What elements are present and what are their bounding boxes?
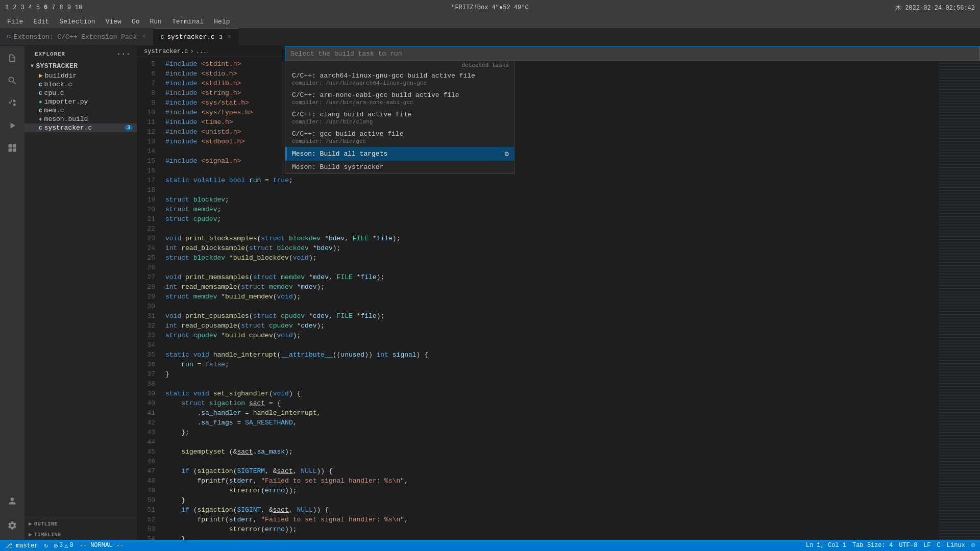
tab-num-1[interactable]: 1 [5,4,9,11]
timeline-arrow: ▶ [29,531,32,538]
menu-help[interactable]: Help [210,17,234,27]
dropdown-item-subtitle-gcc: compiler: /usr/bin/gcc [292,138,509,144]
statusbar-right: Ln 1, Col 1 Tab Size: 4 UTF-8 LF C Linux… [806,542,975,549]
file-label-meson-build: meson.build [44,115,88,123]
dropdown-item-aarch64-gcc[interactable]: C/C++: aarch64-linux-gnu-gcc build activ… [285,69,514,89]
tab-num-8[interactable]: 8 [59,4,63,11]
file-item-mem-c[interactable]: C mem.c [24,106,137,115]
branch-name: master [16,542,38,549]
tab-num-6[interactable]: 6 [44,4,47,11]
status-ln-col[interactable]: Ln 1, Col 1 [806,542,846,549]
status-line-ending[interactable]: LF [923,542,930,549]
c-file-icon-2: C [39,90,42,96]
dropdown-item-subtitle-clang: compiler: /usr/bin/clang [292,119,509,125]
activity-extensions[interactable] [3,139,21,157]
file-item-block-c[interactable]: C block.c [24,80,137,89]
c-file-icon: C [39,82,42,88]
activity-files[interactable] [3,49,21,67]
file-item-importer-py[interactable]: ● importer.py [24,97,137,106]
explorer-section: ▼ SYSTRACKER ▶ builddir C block.c C cpu.… [24,61,137,132]
tab-num-9[interactable]: 9 [67,4,71,11]
outline-arrow: ▶ [29,520,32,527]
svg-rect-3 [13,148,16,152]
file-label-block-c: block.c [44,81,72,88]
status-encoding[interactable]: UTF-8 [899,542,917,549]
dropdown-list: detected tasks C/C++: aarch64-linux-gnu-… [285,61,514,174]
folder-icon: ▶ [39,71,43,80]
activity-settings[interactable] [3,516,21,535]
file-item-systracker-c[interactable]: C systracker.c 3 [24,123,137,132]
titlebar-left: 1 2 3 4 5 6 7 8 9 10 [5,4,82,11]
sidebar-title: EXPLORER [35,51,65,57]
status-language[interactable]: C [937,542,941,549]
tab-num-5[interactable]: 5 [36,4,40,11]
sidebar-outline[interactable]: ▶ OUTLINE [24,518,137,529]
dropdown-item-gcc[interactable]: C/C++: gcc build active file compiler: /… [285,128,514,147]
branch-icon: ⎇ [5,542,12,549]
tab-close-systracker-c[interactable]: × [228,34,231,41]
tab-icon-systracker-c: C [161,34,164,40]
menu-go[interactable]: Go [128,17,144,27]
status-branch[interactable]: ⎇ master [5,542,38,549]
dropdown-item-subtitle-arm-none: compiler: /usr/bin/arm-none-eabi-gcc [292,99,509,106]
file-item-builddir[interactable]: ▶ builddir [24,71,137,80]
gear-icon[interactable]: ⚙ [505,149,509,158]
dropdown-item-clang[interactable]: C/C++: clang build active file compiler:… [285,108,514,128]
status-sync[interactable]: ↻ [44,542,47,549]
file-label-builddir: builddir [45,72,77,80]
status-os[interactable]: Linux [947,542,965,549]
dropdown-item-title-meson-systracker: Meson: Build systracker [292,163,383,171]
status-feedback[interactable]: ☺ [971,542,975,549]
menu-selection[interactable]: Selection [55,17,99,27]
warning-icon: △ [64,542,68,549]
search-bar[interactable]: Select the build task to run [285,46,980,61]
breadcrumb-file: systracker.c [144,48,188,55]
tab-icon-extension: C [7,34,11,40]
menu-terminal[interactable]: Terminal [168,17,208,27]
editor-area: Select the build task to run detected ta… [137,46,980,540]
breadcrumb-sep: › [190,48,193,55]
tab-systracker-c[interactable]: C systracker.c 3 × [154,28,239,45]
status-errors[interactable]: ◎ 3 △ 0 [54,542,74,549]
error-count: 3 [59,542,63,549]
dropdown-item-title-meson-all: Meson: Build all targets [292,150,387,158]
menu-view[interactable]: View [102,17,126,27]
menu-run[interactable]: Run [145,17,165,27]
outline-label: OUTLINE [34,521,58,527]
menu-edit[interactable]: Edit [29,17,53,27]
activity-source-control[interactable] [3,94,21,112]
tab-label-extension: Extension: C/C++ Extension Pack [14,33,137,41]
dropdown-item-arm-none[interactable]: C/C++: arm-none-eabi-gcc build active fi… [285,89,514,108]
warning-count: 0 [69,542,73,549]
dropdown-item-title-arm-none: C/C++: arm-none-eabi-gcc build active fi… [292,91,459,99]
activity-run-debug[interactable] [3,116,21,135]
dropdown-item-meson-all[interactable]: Meson: Build all targets ⚙ [285,147,514,161]
activity-account[interactable] [3,492,21,510]
activity-search[interactable] [3,71,21,90]
svg-rect-0 [9,144,12,148]
tab-extension[interactable]: C Extension: C/C++ Extension Pack × [0,28,154,45]
dropdown-section-header: detected tasks [285,61,514,69]
sidebar-more-icon[interactable]: ··· [116,50,131,58]
tab-num-7[interactable]: 7 [52,4,55,11]
file-label-systracker-c: systracker.c [44,124,92,132]
status-mode: -- NORMAL -- [80,542,124,549]
tab-num-4[interactable]: 4 [29,4,32,11]
build-task-dropdown: Select the build task to run detected ta… [285,46,980,174]
file-badge-systracker-c: 3 [125,125,133,131]
svg-rect-2 [9,148,12,152]
tab-num-10[interactable]: 10 [75,4,82,11]
tab-num-3[interactable]: 3 [20,4,24,11]
file-item-cpu-c[interactable]: C cpu.c [24,89,137,97]
tab-close-extension[interactable]: × [142,33,145,40]
dropdown-item-meson-systracker[interactable]: Meson: Build systracker [285,161,514,173]
menu-file[interactable]: File [3,17,27,27]
timeline-label: TIMELINE [34,532,61,538]
status-tab-size[interactable]: Tab Size: 4 [852,542,893,549]
explorer-folder-systracker[interactable]: ▼ SYSTRACKER [24,61,137,71]
file-item-meson-build[interactable]: ♦ meson.build [24,115,137,123]
sidebar-timeline[interactable]: ▶ TIMELINE [24,529,137,540]
tabbar: C Extension: C/C++ Extension Pack × C sy… [0,28,980,46]
tab-num-2[interactable]: 2 [13,4,16,11]
activitybar [0,46,24,540]
